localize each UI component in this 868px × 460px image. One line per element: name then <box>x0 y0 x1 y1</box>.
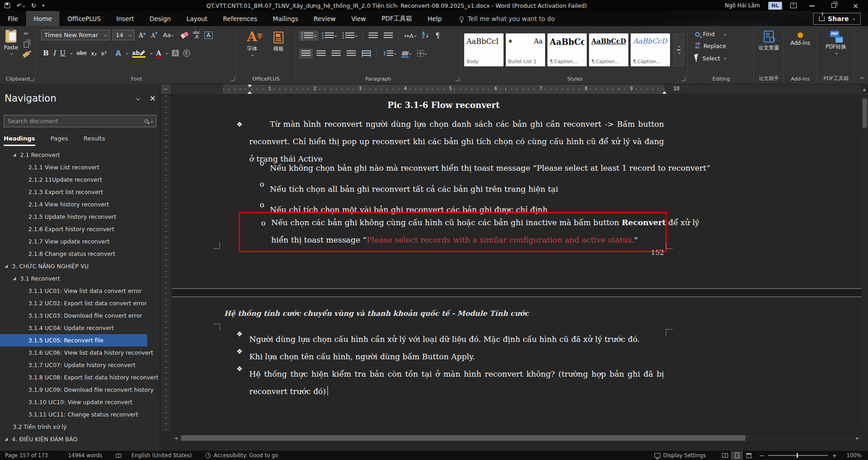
nav-heading-item[interactable]: 2.1.4 View history reconvert <box>0 198 160 211</box>
nav-heading-item[interactable]: 3.1 Reconvert <box>0 272 160 285</box>
right-indent-marker[interactable] <box>662 91 667 94</box>
strikethrough-button[interactable]: abe <box>76 50 86 56</box>
copy-icon[interactable] <box>24 42 29 48</box>
nav-tab-pages[interactable]: Pages <box>51 135 68 146</box>
borders-button[interactable] <box>415 48 429 59</box>
format-painter-icon[interactable] <box>22 51 30 58</box>
search-options-chevron[interactable] <box>150 120 153 123</box>
share-button[interactable]: Share <box>813 13 861 25</box>
document-canvas[interactable]: Pic 3.1-6 Flow reconvert ❖ Từ màn hình r… <box>172 95 862 432</box>
minimize-button[interactable] <box>805 2 819 9</box>
ribbon-tab-References[interactable]: References <box>215 11 265 26</box>
undo-icon[interactable]: ↶ <box>16 3 25 9</box>
decrease-indent-button[interactable] <box>366 31 380 41</box>
hanging-indent-marker[interactable] <box>247 91 252 94</box>
customize-qat-icon[interactable]: ▾ <box>43 4 45 8</box>
underline-dropdown[interactable] <box>70 52 73 54</box>
change-case-button[interactable]: Aa <box>162 31 175 39</box>
paste-button[interactable]: Paste <box>1 26 21 54</box>
character-border-button[interactable]: A <box>204 32 213 39</box>
nav-heading-item[interactable]: 2.1.6 Export history reconvert <box>0 223 160 235</box>
increase-indent-button[interactable] <box>381 31 395 41</box>
paper-check-button[interactable]: 论文查重 <box>755 27 782 51</box>
justify-button[interactable] <box>344 49 358 59</box>
nav-heading-item[interactable]: 2.1 Reconvert <box>0 149 160 161</box>
pdf-convert-button[interactable]: PDF转换 <box>821 27 851 54</box>
italic-button[interactable]: I <box>53 49 56 57</box>
nav-heading-item[interactable]: 2.1.8 Change status reconvert <box>0 248 160 260</box>
display-settings-button[interactable]: Display Settings <box>649 452 711 459</box>
nav-heading-item[interactable]: 3.1.9 UC09: Download file reconvert hist… <box>0 384 160 396</box>
expand-caret-icon[interactable] <box>5 265 8 268</box>
zoom-level[interactable]: 100% <box>841 452 868 459</box>
language-badge[interactable]: NL <box>768 2 782 10</box>
nav-heading-item[interactable]: 3.1.8 UC08: Export list data history rec… <box>0 371 160 384</box>
font-dialog-launcher[interactable] <box>231 77 235 81</box>
clear-formatting-icon[interactable] <box>181 32 189 39</box>
nav-heading-item[interactable]: 3. CHỨC NĂNG NGHIỆP VỤ <box>0 260 160 272</box>
sort-button[interactable]: AZ↓ <box>420 30 432 41</box>
nav-heading-item[interactable]: 2.1.3 Export list reconvert <box>0 186 160 198</box>
nav-heading-item[interactable]: 3.1.11 UC11: Change status reconvert <box>0 408 160 421</box>
show-hide-marks-button[interactable]: ¶ <box>433 30 442 42</box>
expand-caret-icon[interactable] <box>5 438 8 441</box>
expand-caret-icon[interactable] <box>13 277 16 280</box>
vertical-scrollbar[interactable]: ▲ <box>862 85 868 432</box>
first-line-indent-marker[interactable] <box>247 85 252 87</box>
styles-more-button[interactable] <box>673 33 684 66</box>
numbering-button[interactable] <box>320 31 339 41</box>
ribbon-tab-File[interactable]: File <box>0 11 26 26</box>
nav-heading-item[interactable]: 2.1.5 Update history reconvert <box>0 211 160 223</box>
clipboard-dialog-launcher[interactable] <box>30 77 34 81</box>
addins-button[interactable]: Add-ins <box>787 29 814 46</box>
collapse-ribbon-icon[interactable] <box>860 77 864 81</box>
zoom-in-icon[interactable]: + <box>832 452 837 459</box>
font-name-combo[interactable]: Times New Romar <box>41 30 110 40</box>
ribbon-tab-Mailings[interactable]: Mailings <box>265 11 306 26</box>
close-button[interactable]: × <box>849 1 863 10</box>
redo-icon[interactable]: ↻ <box>31 3 36 9</box>
style-card--caption-[interactable]: AaBbCcD¶ Caption... <box>631 33 670 66</box>
nav-heading-item[interactable]: 2.1.2 11Update reconvert <box>0 173 160 186</box>
text-effects-button[interactable]: A <box>115 49 121 58</box>
nav-heading-item[interactable]: 4. ĐIỀU KIỆN ĐẢM BẢO <box>0 433 160 445</box>
shrink-font-button[interactable]: A▼ <box>150 31 159 39</box>
word-count[interactable]: 14964 words <box>63 452 107 459</box>
character-shading-button[interactable]: A <box>172 50 178 56</box>
ribbon-tab-OfficePLUS[interactable]: OfficePLUS <box>59 11 108 26</box>
web-layout-button[interactable] <box>743 451 755 460</box>
phonetic-guide-button[interactable]: abcA <box>191 30 201 40</box>
nav-tab-results[interactable]: Results <box>84 135 105 146</box>
nav-heading-item[interactable]: 3.1.2 UC02: Export list data convert err… <box>0 297 160 309</box>
accessibility-status[interactable]: Accessibility: Good to go <box>200 452 283 459</box>
font-color-button[interactable]: A <box>156 49 161 57</box>
zoom-slider-thumb[interactable] <box>797 453 798 458</box>
distribute-button[interactable] <box>359 49 373 59</box>
align-left-button[interactable] <box>299 49 313 59</box>
line-spacing-button[interactable]: ↕ <box>380 49 398 59</box>
nav-heading-item[interactable]: 3.1.4 UC04: Update reconvert <box>0 322 160 334</box>
grow-font-button[interactable]: A▲ <box>137 31 147 39</box>
styles-dialog-launcher[interactable] <box>681 77 685 81</box>
ribbon-display-options-icon[interactable]: ↑ <box>790 3 797 8</box>
ribbon-tab-Layout[interactable]: Layout <box>179 11 215 26</box>
proofing-icon[interactable] <box>111 454 126 458</box>
officeplus-template-button[interactable]: 模板 <box>267 28 290 52</box>
style-card-bullet-list-1[interactable]: ❖AaBullet List 1 <box>506 33 545 66</box>
ribbon-tab-PDF工具箱[interactable]: PDF工具箱 <box>374 11 420 26</box>
nav-heading-item[interactable]: 3.1.7 UC07: Update history reconvert <box>0 359 160 371</box>
search-input[interactable] <box>4 118 145 124</box>
paragraph-dialog-launcher[interactable] <box>455 77 459 81</box>
nav-heading-item[interactable]: 3.1.6 UC06: View list data history recon… <box>0 346 160 359</box>
highlight-button[interactable]: ab🖉 <box>132 50 145 56</box>
nav-heading-item[interactable]: 3.2 Tiến trình xử lý <box>0 421 160 433</box>
text-effects-dropdown[interactable] <box>126 52 129 54</box>
zoom-slider[interactable] <box>768 455 828 456</box>
multilevel-list-button[interactable] <box>340 31 359 41</box>
bold-button[interactable]: B <box>43 49 49 57</box>
ribbon-tab-Help[interactable]: Help <box>420 11 450 26</box>
font-size-combo[interactable]: 14 <box>113 30 134 40</box>
nav-tab-headings[interactable]: Headings <box>4 135 35 146</box>
vertical-scroll-thumb[interactable] <box>863 98 867 128</box>
horizontal-scrollbar[interactable]: ◄ ► <box>172 433 862 442</box>
